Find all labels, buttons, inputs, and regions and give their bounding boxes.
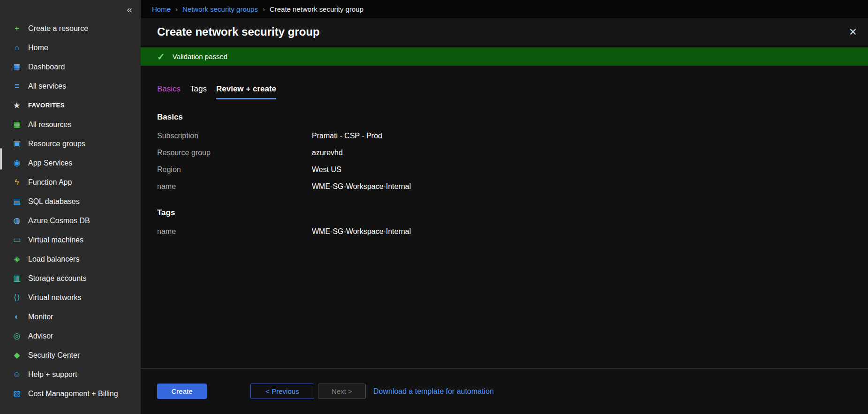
sidebar-item-label: Advisor	[28, 332, 53, 340]
main-panel: Home›Network security groups›Create netw…	[141, 0, 868, 414]
tab-basics[interactable]: Basics	[157, 84, 181, 99]
sidebar-item-help-support[interactable]: ☺Help + support	[0, 365, 141, 384]
sidebar-item-label: SQL databases	[28, 197, 80, 206]
function-app-icon: ϟ	[11, 178, 23, 187]
breadcrumb-item-network-security-groups[interactable]: Network security groups	[182, 5, 258, 13]
security-center-icon: ◆	[11, 350, 23, 360]
azure-portal: « +Create a resource⌂Home▦Dashboard≡All …	[0, 0, 868, 414]
breadcrumb-item-create-network-security-group: Create network security group	[270, 5, 363, 13]
sidebar-item-dashboard[interactable]: ▦Dashboard	[0, 57, 141, 76]
plus-icon: +	[11, 24, 23, 33]
sidebar: « +Create a resource⌂Home▦Dashboard≡All …	[0, 0, 141, 414]
breadcrumb-item-home[interactable]: Home	[152, 5, 171, 13]
sidebar-item-label: Help + support	[28, 370, 77, 379]
breadcrumb: Home›Network security groups›Create netw…	[141, 0, 868, 18]
row-value: West US	[312, 166, 341, 174]
tab-tags[interactable]: Tags	[190, 84, 207, 99]
resource-groups-icon: ▣	[11, 139, 23, 149]
cosmos-db-icon: ◍	[11, 216, 23, 226]
sidebar-scrollbar-thumb[interactable]	[0, 148, 2, 170]
sidebar-item-virtual-networks[interactable]: ⟨⟩Virtual networks	[0, 288, 141, 307]
sidebar-item-load-balancers[interactable]: ◈Load balancers	[0, 249, 141, 269]
section-title: Basics	[157, 113, 868, 122]
sidebar-item-label: App Services	[28, 159, 72, 167]
next-button[interactable]: Next >	[318, 384, 366, 399]
app-services-icon: ◉	[11, 158, 23, 168]
page-header: Create network security group ×	[141, 18, 868, 45]
sidebar-collapse-button[interactable]: «	[0, 0, 141, 19]
sidebar-item-label: Monitor	[28, 313, 53, 321]
sidebar-item-sql-databases[interactable]: ▤SQL databases	[0, 192, 141, 211]
row-label: Region	[157, 166, 312, 174]
sidebar-item-function-app[interactable]: ϟFunction App	[0, 173, 141, 192]
sidebar-item-all-resources[interactable]: ▦All resources	[0, 115, 141, 134]
row-value: WME-SG-Workspace-Internal	[312, 227, 411, 236]
row-label: Resource group	[157, 149, 312, 157]
tab-review-create[interactable]: Review + create	[216, 84, 276, 99]
advisor-icon: ◎	[11, 331, 23, 341]
sidebar-item-home[interactable]: ⌂Home	[0, 38, 141, 57]
sidebar-item-label: Cost Management + Billing	[28, 390, 118, 398]
section-title: Tags	[157, 208, 868, 218]
section-tags: TagsnameWME-SG-Workspace-Internal	[157, 208, 868, 240]
all-resources-icon: ▦	[11, 120, 23, 129]
sidebar-item-label: All resources	[28, 120, 71, 129]
row-value: azurevhd	[312, 149, 343, 157]
section-basics: BasicsSubscriptionPramati - CSP - ProdRe…	[157, 113, 868, 195]
monitor-icon: ◐	[11, 312, 23, 322]
create-button[interactable]: Create	[157, 384, 207, 399]
sidebar-item-create-a-resource[interactable]: +Create a resource	[0, 19, 141, 38]
sidebar-item-azure-cosmos-db[interactable]: ◍Azure Cosmos DB	[0, 211, 141, 230]
tab-bar: BasicsTagsReview + create	[141, 66, 868, 99]
validation-banner: ✓ Validation passed	[141, 47, 868, 66]
previous-button[interactable]: < Previous	[250, 384, 314, 399]
breadcrumb-separator-icon: ›	[175, 5, 178, 13]
help-support-icon: ☺	[11, 370, 23, 379]
sidebar-item-label: Virtual machines	[28, 236, 83, 244]
sidebar-item-label: Virtual networks	[28, 294, 82, 302]
review-content: BasicsSubscriptionPramati - CSP - ProdRe…	[141, 99, 868, 368]
review-row-subscription: SubscriptionPramati - CSP - Prod	[157, 128, 868, 144]
close-icon[interactable]: ×	[849, 25, 857, 38]
star-icon: ★	[11, 101, 23, 110]
storage-account-icon: ▥	[11, 273, 23, 283]
sidebar-item-favorites: ★FAVORITES	[0, 96, 141, 115]
sidebar-item-label: Resource groups	[28, 140, 85, 148]
sidebar-item-storage-accounts[interactable]: ▥Storage accounts	[0, 269, 141, 288]
sidebar-item-all-services[interactable]: ≡All services	[0, 76, 141, 96]
sidebar-item-cost-management-billing[interactable]: ▧Cost Management + Billing	[0, 384, 141, 403]
cost-billing-icon: ▧	[11, 389, 23, 399]
row-value: WME-SG-Workspace-Internal	[312, 182, 411, 191]
sidebar-item-security-center[interactable]: ◆Security Center	[0, 346, 141, 365]
sidebar-item-label: Function App	[28, 178, 72, 187]
sidebar-item-resource-groups[interactable]: ▣Resource groups	[0, 134, 141, 153]
sidebar-item-advisor[interactable]: ◎Advisor	[0, 326, 141, 346]
sql-database-icon: ▤	[11, 196, 23, 206]
sidebar-item-label: FAVORITES	[28, 102, 65, 109]
home-icon: ⌂	[11, 43, 23, 53]
sidebar-item-label: Home	[28, 44, 48, 52]
collapse-chevron-icon: «	[127, 4, 132, 15]
row-label: name	[157, 182, 312, 191]
virtual-machine-icon: ▭	[11, 235, 23, 245]
sidebar-nav: +Create a resource⌂Home▦Dashboard≡All se…	[0, 19, 141, 403]
review-row-resource-group: Resource groupazurevhd	[157, 144, 868, 161]
sidebar-item-label: Security Center	[28, 351, 80, 360]
download-template-link[interactable]: Download a template for automation	[373, 387, 494, 396]
sidebar-item-monitor[interactable]: ◐Monitor	[0, 307, 141, 326]
sidebar-item-label: Azure Cosmos DB	[28, 217, 90, 225]
sidebar-item-label: Create a resource	[28, 24, 88, 33]
review-row-name: nameWME-SG-Workspace-Internal	[157, 223, 868, 240]
sidebar-item-label: All services	[28, 82, 66, 90]
sidebar-item-virtual-machines[interactable]: ▭Virtual machines	[0, 230, 141, 249]
review-row-name: nameWME-SG-Workspace-Internal	[157, 178, 868, 195]
virtual-network-icon: ⟨⟩	[11, 293, 23, 302]
validation-message: Validation passed	[173, 53, 227, 60]
footer: Create < Previous Next > Download a temp…	[141, 368, 868, 414]
review-row-region: RegionWest US	[157, 161, 868, 178]
sidebar-item-app-services[interactable]: ◉App Services	[0, 153, 141, 173]
row-value: Pramati - CSP - Prod	[312, 132, 382, 140]
page-title: Create network security group	[157, 25, 320, 38]
dashboard-icon: ▦	[11, 62, 23, 72]
sidebar-item-label: Load balancers	[28, 255, 79, 263]
